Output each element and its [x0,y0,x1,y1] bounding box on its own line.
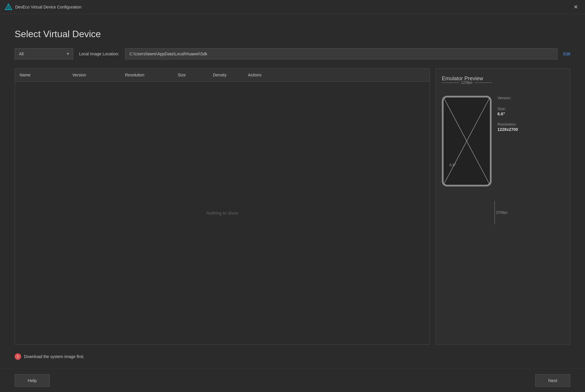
next-button[interactable]: Next [535,374,570,387]
device-type-dropdown[interactable]: All Phone Tablet TV Wearable [15,48,73,59]
spec-size: Size: 6.6" [497,107,518,116]
phone-screen [444,97,490,185]
size-value: 6.6" [497,112,518,116]
phone-diagram: 1228px 6.6" [442,88,492,337]
warning-row: ! Download the system image first. [15,353,570,360]
content-area: Name Version Resolution Size Density Act… [15,68,570,345]
col-version: Version [68,69,120,81]
table-header: Name Version Resolution Size Density Act… [15,69,430,82]
page-title: Select Virtual Device [15,29,570,40]
filter-row: All Phone Tablet TV Wearable ▼ Local Ima… [15,48,570,59]
local-image-path-input[interactable] [125,48,557,59]
device-table: Name Version Resolution Size Density Act… [15,68,430,345]
col-resolution: Resolution [120,69,173,81]
emulator-preview-panel: Emulator Preview 1228px [436,68,570,345]
device-type-dropdown-wrapper: All Phone Tablet TV Wearable ▼ [15,48,73,59]
width-label: 1228px [461,81,472,85]
edit-link[interactable]: Edit [563,52,570,56]
local-image-label: Local Image Location: [79,52,119,56]
col-actions: Actions [243,69,278,81]
resolution-label: Resolution: [497,122,518,126]
help-button[interactable]: Help [15,374,50,387]
resolution-value: 1228x2700 [497,127,518,132]
height-label: 2700px [496,210,507,215]
warning-text: Download the system image first. [24,354,84,359]
table-body: Nothing to show [15,82,430,344]
size-label: Size: [497,107,518,111]
col-size: Size [173,69,208,81]
main-content: Select Virtual Device All Phone Tablet T… [0,14,585,369]
width-dimension: 1228px [442,81,492,85]
app-logo [5,3,12,11]
height-dimension: 2700px [495,201,507,224]
close-button[interactable]: ✕ [571,2,580,12]
warning-icon: ! [15,353,21,360]
spec-resolution: Resolution: 1228x2700 [497,122,518,132]
emulator-body: 1228px 6.6" [442,88,564,337]
titlebar-title: DevEco Virtual Device Configuration [15,5,81,9]
col-density: Density [208,69,243,81]
phone-size-label: 6.6" [449,163,456,167]
titlebar: DevEco Virtual Device Configuration ✕ [0,0,585,14]
col-name: Name [15,69,68,81]
empty-table-message: Nothing to show [206,210,238,215]
footer: Help Next [0,369,585,392]
phone-frame: 6.6" [442,96,492,186]
spec-version: Version: [497,96,518,101]
version-label: Version: [497,96,518,100]
titlebar-left: DevEco Virtual Device Configuration [5,3,81,11]
